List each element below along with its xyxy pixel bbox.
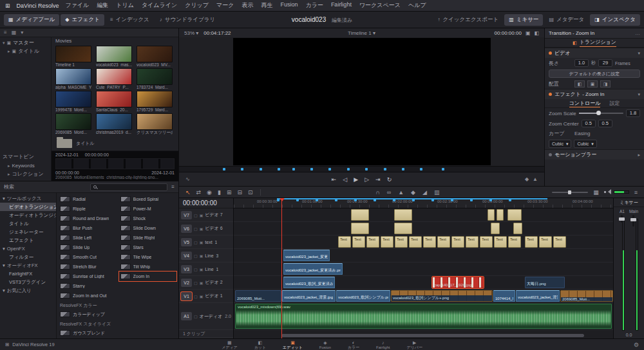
media-clip[interactable]: christmas2019_d... [96, 113, 133, 136]
panel-toggle-button[interactable]: ≡インデックス [106, 14, 154, 26]
effects-category-item[interactable]: VST3プラグイン [0, 278, 56, 286]
transition-item[interactable]: カラーディップ [59, 309, 176, 319]
transition-curve-icon[interactable]: ◢ [421, 189, 428, 196]
transition-item[interactable]: Starry [59, 281, 117, 291]
auto-select-icon[interactable]: ▣ [200, 240, 204, 244]
fader-track[interactable] [632, 215, 634, 226]
insert-clip-icon[interactable]: ⊞ [225, 189, 233, 196]
zoom-level-dropdown[interactable]: 53% ▾ [184, 30, 198, 36]
track-header-v1[interactable]: V1▢▣ビデオ 1 [179, 290, 233, 303]
timeline-clip[interactable]: vocaloid023_歌詞シンプル.png [336, 290, 390, 302]
timeline-ruler[interactable]: 00:00:30:0000:01:00:0000:01:30:0000:02:0… [234, 198, 613, 208]
marker-add-icon[interactable]: ◆ [525, 176, 529, 182]
zoom-scale-slider[interactable] [579, 113, 623, 114]
menubar-item[interactable]: ヘルプ [408, 1, 426, 10]
video-section-header[interactable]: ビデオ ▾ [545, 48, 644, 58]
transition-item[interactable]: Boxed Spiral [119, 194, 177, 204]
timeline-view-range-bar[interactable] [277, 198, 547, 199]
transition-item[interactable]: Slide Left [59, 233, 117, 243]
app-name[interactable]: DaVinci Resolve [17, 3, 59, 9]
transition-item[interactable]: Round and Drawn [59, 214, 117, 223]
smart-bin-item[interactable]: ▸コレクション [0, 170, 51, 178]
viewer-marker[interactable] [384, 168, 386, 170]
transition-item[interactable]: Slide Right [119, 233, 177, 243]
app-icon[interactable]: ⊞ [5, 3, 10, 9]
list-view-icon[interactable]: ≡ [4, 30, 7, 35]
timeline-clip[interactable]: Text [338, 236, 351, 248]
tab-controls[interactable]: コントロール [569, 100, 601, 107]
effects-category-header[interactable]: ▾お気に入り [0, 286, 56, 295]
timeline-clip[interactable]: vocaloid023_歌詞シンプル+.png [391, 290, 493, 302]
transition-item[interactable]: Power-M [119, 204, 177, 214]
goto-start-icon[interactable]: ⇤ [332, 176, 337, 183]
panel-toggle-button[interactable]: ▤メタデータ [544, 14, 589, 26]
timeline-clip[interactable]: Text [480, 236, 493, 248]
audio-monitor-icon[interactable] [604, 189, 610, 195]
menubar-item[interactable]: 表示 [242, 1, 253, 10]
align-end-button[interactable]: ◨ [600, 80, 611, 88]
tab-settings[interactable]: 設定 [609, 100, 620, 107]
transition-item[interactable]: Radial [59, 194, 117, 204]
track-lane-v3[interactable]: vocaloid023_jacket_変更済み.png [234, 262, 613, 276]
settings-gear-icon[interactable]: ⚙ [634, 342, 639, 348]
timeline-clip[interactable]: Text [381, 236, 393, 248]
media-clip[interactable]: Timeline 1 [55, 46, 93, 67]
timeline-clip[interactable]: vocaloid023_jacket_変更済み.png [283, 250, 330, 261]
viewer-marker[interactable] [260, 168, 262, 170]
viewer-marker[interactable] [442, 168, 444, 170]
viewer-marker[interactable] [292, 168, 295, 170]
inspector-options-icon[interactable]: … [635, 30, 640, 36]
media-clip[interactable]: Cute_PATRY_P... [96, 68, 133, 89]
timeline-clip[interactable]: cap-140417_1920.jpg [432, 277, 484, 288]
timeline-clip[interactable]: vocaloid023_歌詞_変更済み.png [283, 277, 335, 288]
section-enable-dot[interactable] [549, 51, 552, 55]
timeline-clip[interactable] [351, 223, 369, 234]
timeline-clip[interactable]: Text [466, 236, 478, 248]
panel-toggle-button[interactable]: ▥ミキサー [504, 14, 543, 26]
timeline-clip[interactable]: Text [451, 236, 464, 248]
media-clip[interactable]: alpha_MASOME_YUK... [55, 68, 93, 89]
timeline-clip[interactable] [497, 209, 504, 221]
transition-item[interactable]: Blur Push [59, 223, 117, 233]
effects-category-header[interactable]: ▾ツールボックス [0, 194, 56, 203]
sort-icon[interactable]: ▾ [21, 30, 23, 35]
folder-item[interactable]: タイトル [52, 136, 178, 151]
view-options-icon[interactable]: ▥ [433, 189, 441, 196]
resolve-logo-icon[interactable]: ⊞ [5, 342, 9, 347]
linked-selection-icon[interactable]: ∞ [386, 189, 392, 196]
timeline-clip[interactable]: Text [423, 236, 436, 248]
dynamic-trim-icon[interactable]: ◉ [205, 189, 213, 196]
bin-item[interactable]: ▸▣タイトル [0, 47, 51, 55]
timeline-clip[interactable]: Text [437, 236, 450, 248]
zoom-center-y-field[interactable]: 0.5 [598, 120, 612, 127]
timeline-clip[interactable] [513, 223, 522, 234]
lock-icon[interactable]: ▢ [194, 267, 198, 272]
lock-icon[interactable]: ▢ [194, 314, 198, 318]
track-lane-v7[interactable] [234, 208, 613, 222]
viewer-marker[interactable] [402, 168, 404, 170]
panel-toggle-button[interactable]: ▦メディアプール [4, 14, 59, 26]
timeline-horizontal-scrollbar[interactable] [281, 334, 584, 337]
auto-select-icon[interactable]: ▣ [200, 294, 204, 299]
effects-category-header[interactable]: ▾オーディオFX [0, 261, 56, 270]
viewer-scrub-bar[interactable] [179, 166, 544, 172]
menubar-item[interactable]: タイムライン [142, 1, 177, 10]
track-lane-v4[interactable]: vocaloid023_jacket_変更済み.png [234, 249, 613, 262]
effects-category-item[interactable]: FairlightFX [0, 270, 56, 278]
auto-select-icon[interactable]: ▣ [200, 213, 204, 217]
audio-scrub-icon[interactable]: ∿ [185, 176, 190, 182]
effects-category-item[interactable]: ジェネレーター [0, 228, 56, 236]
timeline-clip[interactable]: Text [539, 236, 552, 248]
panel-toggle-button[interactable]: ◆エフェクト [61, 14, 104, 26]
auto-select-icon[interactable]: ▣ [200, 253, 204, 258]
effect-section-header[interactable]: エフェクト - Zoom In ▾ [545, 89, 644, 99]
viewer-marker[interactable] [278, 168, 280, 170]
page-deliver[interactable]: ▶デリバー [406, 340, 422, 349]
ease-in-dropdown[interactable]: Cubic ▾ [549, 140, 571, 148]
menubar-item[interactable]: 編集 [97, 1, 108, 10]
timeline-clip[interactable] [507, 209, 522, 221]
auto-select-icon[interactable]: ▣ [200, 281, 204, 285]
timeline-clip[interactable]: 2069085_Moti... [560, 290, 613, 302]
timeline-settings-icon[interactable]: ≡ [633, 189, 639, 196]
transition-item[interactable]: Ripple [59, 204, 117, 214]
